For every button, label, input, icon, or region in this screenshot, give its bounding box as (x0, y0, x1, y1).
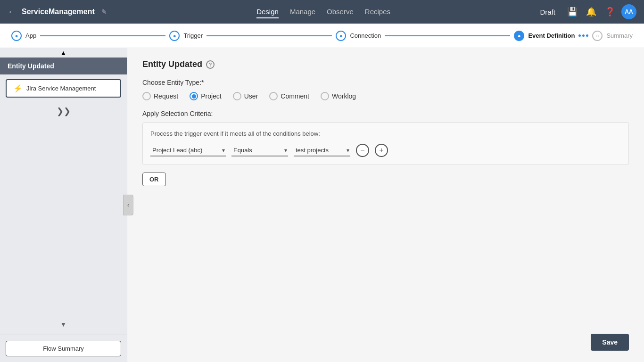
criteria-hint: Process the trigger event if it meets al… (150, 130, 621, 137)
field-select-wrapper[interactable]: Project Lead (abc) (150, 145, 226, 156)
back-button[interactable]: ← (8, 7, 16, 17)
remove-condition-button[interactable]: − (356, 144, 369, 157)
criteria-row: Project Lead (abc) Equals test projects … (150, 144, 621, 157)
edit-icon[interactable]: ✎ (101, 8, 107, 16)
step-circle-summary: ○ (592, 31, 603, 41)
radio-circle-request (142, 92, 151, 100)
add-condition-button[interactable]: + (375, 144, 388, 157)
step-circle-app: ● (11, 31, 22, 41)
step-label-trigger: Trigger (183, 32, 203, 39)
step-summary[interactable]: ○ Summary (592, 31, 633, 41)
step-label-summary: Summary (606, 32, 633, 39)
sidebar-card-label: Jira Service Management (26, 85, 96, 92)
radio-request[interactable]: Request (142, 92, 178, 100)
criteria-operator-select[interactable]: Equals (231, 145, 288, 156)
radio-label-worklog: Worklog (332, 92, 356, 100)
connector-1 (40, 35, 165, 36)
content-area: Entity Updated ? Choose Entity Type:* Re… (127, 48, 644, 362)
radio-label-user: User (244, 92, 258, 100)
help-circle-icon[interactable]: ? (206, 60, 215, 69)
nav-recipes[interactable]: Recipes (365, 6, 390, 18)
radio-label-request: Request (154, 92, 178, 100)
flow-summary-button[interactable]: Flow Summary (6, 341, 121, 356)
step-event-definition[interactable]: ● Event Definition (514, 31, 575, 41)
sidebar-collapse-button[interactable]: ‹ (123, 195, 133, 215)
sidebar-footer: Flow Summary (0, 335, 127, 362)
nav-design[interactable]: Design (256, 6, 279, 18)
draft-status: Draft (540, 8, 555, 16)
apply-criteria-label: Apply Selection Criteria: (142, 110, 629, 117)
bell-icon[interactable]: 🔔 (584, 4, 599, 19)
radio-user[interactable]: User (233, 92, 258, 100)
entity-type-radio-group: Request Project User Comment Worklog (142, 92, 629, 100)
sidebar-chevron[interactable]: ❯❯ (0, 106, 127, 116)
save-button[interactable]: Save (591, 334, 629, 351)
radio-circle-worklog (321, 92, 329, 100)
or-button[interactable]: OR (142, 173, 166, 186)
nav-links: Design Manage Observe Recipes (256, 6, 390, 18)
value-select-wrapper[interactable]: test projects (294, 145, 350, 156)
chevron-down-icon: ❯❯ (57, 106, 71, 116)
radio-worklog[interactable]: Worklog (321, 92, 356, 100)
chevron-left-icon: ‹ (127, 202, 129, 208)
help-icon[interactable]: ❓ (603, 4, 618, 19)
sidebar-card[interactable]: ⚡ Jira Service Management (6, 79, 121, 98)
step-app[interactable]: ● App (11, 31, 36, 41)
content-title-text: Entity Updated (142, 59, 202, 69)
nav-observe[interactable]: Observe (327, 6, 354, 18)
radio-project[interactable]: Project (190, 92, 222, 100)
step-circle-trigger: ● (169, 31, 180, 41)
lightning-icon: ⚡ (13, 84, 23, 93)
sidebar-header: Entity Updated (0, 58, 127, 74)
sidebar: ▲ Entity Updated ⚡ Jira Service Manageme… (0, 48, 127, 362)
criteria-value-select[interactable]: test projects (294, 145, 350, 156)
sidebar-scroll-down[interactable]: ▼ (0, 320, 127, 329)
criteria-box: Process the trigger event if it meets al… (142, 122, 629, 165)
step-label-event: Event Definition (528, 32, 575, 39)
sidebar-scroll-up[interactable]: ▲ (0, 48, 127, 58)
content-title: Entity Updated ? (142, 59, 629, 69)
nav-manage[interactable]: Manage (290, 6, 315, 18)
operator-select-wrapper[interactable]: Equals (231, 145, 288, 156)
main-layout: ▲ Entity Updated ⚡ Jira Service Manageme… (0, 48, 644, 362)
app-title: ServiceManagement (22, 8, 95, 16)
connector-3 (385, 35, 510, 36)
radio-circle-user (233, 92, 241, 100)
radio-label-comment: Comment (281, 92, 309, 100)
step-circle-connection: ● (336, 31, 346, 41)
radio-circle-project (190, 92, 198, 100)
top-nav: ← ServiceManagement ✎ Design Manage Obse… (0, 0, 644, 24)
step-trigger[interactable]: ● Trigger (169, 31, 203, 41)
step-circle-event: ● (514, 31, 524, 41)
avatar[interactable]: AA (621, 4, 636, 19)
step-connection[interactable]: ● Connection (336, 31, 381, 41)
entity-type-label: Choose Entity Type:* (142, 79, 629, 86)
radio-comment[interactable]: Comment (269, 92, 309, 100)
save-icon[interactable]: 💾 (565, 4, 580, 19)
radio-label-project: Project (201, 92, 222, 100)
step-label-connection: Connection (350, 32, 381, 39)
connector-2 (206, 35, 332, 36)
steps-bar: ● App ● Trigger ● Connection ● Event Def… (0, 24, 644, 48)
step-dots (578, 34, 588, 37)
criteria-field-select[interactable]: Project Lead (abc) (150, 145, 226, 156)
step-label-app: App (25, 32, 36, 39)
radio-circle-comment (269, 92, 278, 100)
